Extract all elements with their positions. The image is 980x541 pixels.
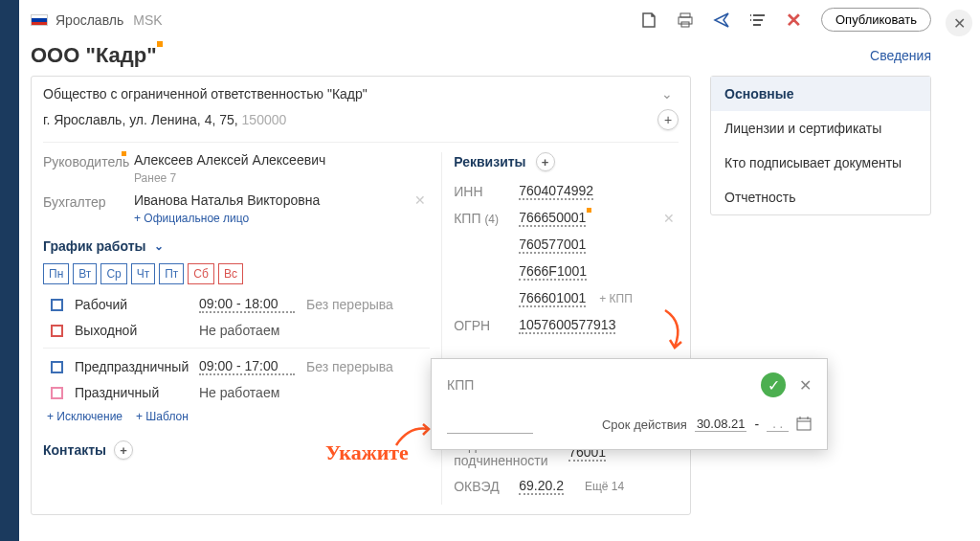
add-address-button[interactable]: + (657, 109, 679, 130)
popup-title: КПП (447, 377, 761, 393)
okved-value[interactable]: 69.20.2 (519, 478, 564, 495)
kpp-label: КПП (4) (454, 211, 519, 226)
days-selector: Пн Вт Ср Чт Пт Сб Вс (43, 263, 430, 284)
checkbox[interactable] (51, 299, 63, 311)
flag-icon (31, 14, 48, 26)
add-official-link[interactable]: + Официальное лицо (134, 212, 411, 225)
schedule-row-dayoff: Выходной Не работаем (43, 323, 430, 338)
send-icon[interactable] (712, 11, 731, 30)
director-label: Руководитель (43, 152, 134, 169)
kpp-popup: КПП ✓ ✕ Срок действия 30.08.21 - . . (431, 358, 828, 450)
kpp-value-3[interactable]: 766601001 (519, 290, 586, 307)
publish-button[interactable]: Опубликовать (821, 8, 931, 32)
accountant-label: Бухгалтер (43, 192, 134, 210)
company-full-name[interactable]: Общество с ограниченной ответственностью… (43, 86, 656, 101)
topbar: Ярославль MSK ✕ Опубликовать (19, 0, 943, 39)
checkbox[interactable] (51, 387, 63, 399)
period-label: Срок действия (602, 417, 687, 432)
kpp-value-0[interactable]: 766650001 (519, 210, 586, 227)
schedule-row-preholiday: Предпраздничный 09:00 - 17:00 Без переры… (43, 358, 430, 375)
day-mon[interactable]: Пн (43, 263, 69, 284)
add-template-link[interactable]: + Шаблон (136, 410, 189, 423)
svg-rect-1 (679, 17, 692, 24)
close-page-button[interactable]: ✕ (946, 10, 972, 36)
info-link[interactable]: Сведения (870, 48, 931, 63)
nav-signers[interactable]: Кто подписывает документы (711, 146, 930, 180)
inn-label: ИНН (454, 184, 519, 199)
print-icon[interactable] (676, 11, 695, 30)
nav-licenses[interactable]: Лицензии и сертификаты (711, 111, 930, 146)
checkbox[interactable] (51, 361, 63, 373)
schedule-heading[interactable]: График работы ⌄ (43, 238, 430, 254)
note-icon[interactable] (639, 11, 658, 30)
address-field[interactable]: г. Ярославль, ул. Ленина, 4, 75, 150000 (43, 112, 657, 127)
checkbox[interactable] (51, 325, 63, 337)
add-exception-link[interactable]: + Исключение (47, 410, 122, 423)
kpp-value-1[interactable]: 760577001 (519, 237, 586, 254)
add-kpp-link[interactable]: + КПП (599, 292, 633, 305)
annotation-arrow-icon (394, 421, 433, 450)
day-thu[interactable]: Чт (131, 263, 156, 284)
delete-icon[interactable]: ✕ (785, 11, 804, 30)
chevron-down-icon[interactable]: ⌄ (154, 239, 164, 253)
nav-reports[interactable]: Отчетность (711, 180, 930, 214)
ogrn-value[interactable]: 1057600577913 (519, 317, 615, 334)
left-nav-rail (0, 0, 19, 541)
okved-label: ОКВЭД (454, 479, 519, 494)
day-sat[interactable]: Сб (188, 263, 214, 284)
list-icon[interactable] (748, 11, 768, 30)
kpp-input[interactable] (447, 415, 533, 434)
close-popup-button[interactable]: ✕ (799, 376, 812, 394)
date-from[interactable]: 30.08.21 (695, 417, 747, 432)
schedule-row-holiday: Праздничный Не работаем (43, 385, 430, 400)
nav-main[interactable]: Основные (711, 77, 930, 111)
day-tue[interactable]: Вт (73, 263, 97, 284)
director-field[interactable]: Алексеев Алексей Алексеевич Ранее 7 (134, 152, 430, 185)
inn-value[interactable]: 7604074992 (519, 183, 593, 200)
ogrn-label: ОГРН (454, 318, 519, 333)
annotation-arrow-icon (660, 308, 689, 351)
schedule-row-work: Рабочий 09:00 - 18:00 Без перерыва (43, 296, 430, 313)
svg-rect-0 (680, 13, 690, 17)
add-requisite-button[interactable]: + (536, 152, 555, 171)
director-history[interactable]: Ранее 7 (134, 171, 430, 185)
remove-accountant-button[interactable]: ✕ (411, 192, 430, 208)
kpp-value-2[interactable]: 7666F1001 (519, 263, 587, 281)
day-fri[interactable]: Пт (159, 263, 184, 284)
page-title: ООО "Кадр" (31, 43, 157, 68)
calendar-icon[interactable] (796, 416, 812, 434)
add-contact-button[interactable]: + (114, 440, 133, 460)
requisites-heading: Реквизиты + (454, 152, 679, 171)
okved-more-link[interactable]: Ещё 14 (585, 480, 624, 493)
accountant-field[interactable]: Иванова Наталья Викторовна + Официальное… (134, 192, 411, 225)
city-label[interactable]: Ярославль (56, 12, 123, 28)
remove-kpp-button[interactable]: ✕ (659, 211, 679, 226)
day-wed[interactable]: Ср (100, 263, 126, 284)
confirm-button[interactable]: ✓ (761, 372, 786, 397)
day-sun[interactable]: Вс (218, 263, 243, 284)
timezone-label: MSK (133, 12, 162, 28)
date-to[interactable]: . . (767, 417, 789, 432)
side-nav: Основные Лицензии и сертификаты Кто подп… (710, 76, 931, 215)
chevron-down-icon[interactable]: ⌄ (656, 86, 679, 101)
svg-rect-3 (797, 418, 811, 430)
